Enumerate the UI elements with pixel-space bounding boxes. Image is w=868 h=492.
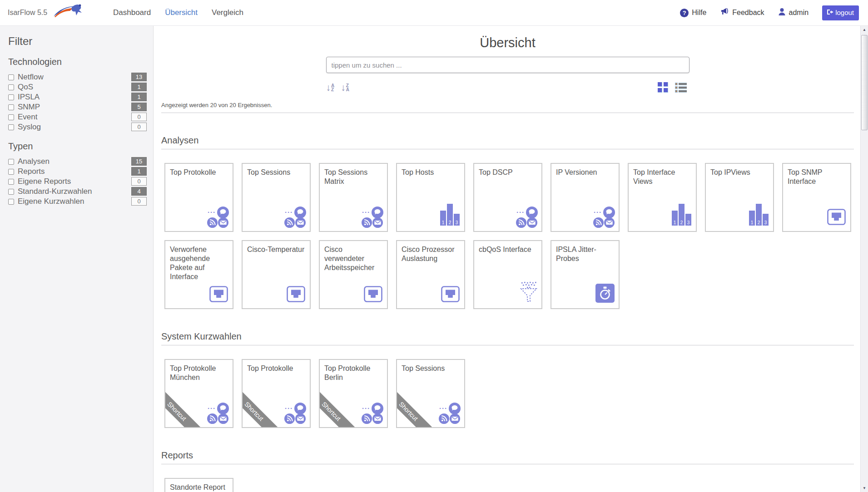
card-cisco-verwendeter-arbeitsspeicher[interactable]: Cisco verwendeter Arbeitsspeicher <box>319 240 388 309</box>
navbar-utilities: ? Hilfe Feedback admin <box>680 5 859 20</box>
page-title: Übersicht <box>161 35 854 50</box>
checkbox[interactable] <box>8 189 14 195</box>
card-top-protokolle[interactable]: Top ProtokolleShortcut··· <box>242 359 311 428</box>
card-cisco-prozessor-auslastung[interactable]: Cisco Prozessor Auslastung <box>396 240 465 309</box>
filter-item-reports[interactable]: Reports1 <box>8 167 147 177</box>
count-badge: 5 <box>131 103 147 111</box>
checkbox[interactable] <box>8 104 14 110</box>
card-top-dscp[interactable]: Top DSCP··· <box>473 163 542 232</box>
count-badge: 13 <box>131 73 147 81</box>
search-input[interactable] <box>326 57 689 73</box>
section-analysen: AnalysenTop Protokolle···Top Sessions···… <box>161 135 854 309</box>
list-view-icon[interactable] <box>675 83 687 93</box>
card-top-sessions[interactable]: Top SessionsShortcut··· <box>396 359 465 428</box>
card-standorte-report-http[interactable]: Standorte Report HTTP··· <box>164 478 233 492</box>
section-title: System Kurzwahlen <box>161 331 854 342</box>
sort-desc-icon[interactable]: ↓ ZA <box>341 83 349 92</box>
checkbox[interactable] <box>8 94 14 100</box>
svg-text:2: 2 <box>680 220 683 225</box>
filter-item-qos[interactable]: QoS1 <box>8 82 147 92</box>
filter-item-standard-kurzwahlen[interactable]: Standard-Kurzwahlen4 <box>8 187 147 197</box>
checkbox[interactable] <box>8 179 14 185</box>
nav-link-vergleich[interactable]: Vergleich <box>209 6 246 19</box>
card-title: IPSLA Jitter-Probes <box>556 245 614 263</box>
card-top-sessions-matrix[interactable]: Top Sessions Matrix··· <box>319 163 388 232</box>
checkbox[interactable] <box>8 169 14 175</box>
app-title: IsarFlow 5.5 <box>8 9 47 17</box>
share-circles-icon: ··· <box>284 403 306 424</box>
user-label: admin <box>789 9 809 17</box>
ethernet-port-icon <box>827 209 847 228</box>
card-title: Top Protokolle <box>247 364 305 373</box>
svg-text:2: 2 <box>449 220 451 225</box>
svg-text:3: 3 <box>687 220 690 225</box>
bar-chart-123-icon: 123 <box>671 202 692 228</box>
card-title: cbQoS Interface <box>479 245 537 254</box>
sort-asc-icon[interactable]: ↓ AZ <box>326 83 335 92</box>
card-cbqos-interface[interactable]: cbQoS Interface <box>473 240 542 309</box>
filter-item-snmp[interactable]: SNMP5 <box>8 102 147 112</box>
divider <box>161 464 854 464</box>
logout-label: logout <box>835 9 854 16</box>
card-title: Top Protokolle <box>170 168 228 177</box>
card-verworfene-ausgehende-pakete-auf-interface[interactable]: Verworfene ausgehende Pakete auf Interfa… <box>164 240 233 309</box>
checkbox[interactable] <box>8 114 14 120</box>
card-title: Top Interface Views <box>633 168 691 186</box>
vertical-scrollbar[interactable]: ▲ ▼ <box>860 26 868 492</box>
share-circles-icon: ··· <box>362 207 383 228</box>
feedback-link[interactable]: Feedback <box>720 8 764 18</box>
logout-button[interactable]: logout <box>822 5 859 20</box>
card-top-snmp-interface[interactable]: Top SNMP Interface <box>782 163 851 232</box>
shortcut-ribbon: Shortcut <box>319 384 359 428</box>
filter-item-netflow[interactable]: Netflow13 <box>8 72 147 82</box>
filter-item-analysen[interactable]: Analysen15 <box>8 157 147 167</box>
scrollbar-thumb[interactable] <box>861 35 868 130</box>
card-top-protokolle-münchen[interactable]: Top Protokolle MünchenShortcut··· <box>164 359 233 428</box>
divider <box>161 113 854 113</box>
filter-item-label: Eigene Reports <box>18 177 71 186</box>
filter-item-eigene-kurzwahlen[interactable]: Eigene Kurzwahlen0 <box>8 197 147 207</box>
card-top-interface-views[interactable]: Top Interface Views123 <box>628 163 697 232</box>
card-cisco-temperatur[interactable]: Cisco-Temperatur <box>242 240 311 309</box>
share-circles-icon: ··· <box>593 207 615 228</box>
card-top-protokolle-berlin[interactable]: Top Protokolle BerlinShortcut··· <box>319 359 388 428</box>
checkbox[interactable] <box>8 74 14 80</box>
card-title: Top IPViews <box>710 168 769 177</box>
filter-group-title: Typen <box>8 141 153 152</box>
grid-view-icon[interactable] <box>658 82 668 93</box>
scroll-down-button[interactable]: ▼ <box>861 484 868 492</box>
card-ipsla-jitter-probes[interactable]: IPSLA Jitter-Probes <box>551 240 620 309</box>
card-top-protokolle[interactable]: Top Protokolle··· <box>164 163 233 232</box>
filter-item-label: Standard-Kurzwahlen <box>18 187 92 196</box>
filter-item-label: Eigene Kurzwahlen <box>18 197 84 206</box>
card-top-sessions[interactable]: Top Sessions··· <box>242 163 311 232</box>
filter-group-title: Technologien <box>8 57 153 67</box>
card-title: Cisco verwendeter Arbeitsspeicher <box>324 245 382 272</box>
checkbox[interactable] <box>8 84 14 90</box>
filter-item-label: Analysen <box>18 157 50 166</box>
sidebar-title: Filter <box>8 35 153 48</box>
filter-item-event[interactable]: Event0 <box>8 112 147 122</box>
checkbox[interactable] <box>8 199 14 205</box>
share-circles-icon: ··· <box>362 403 383 424</box>
nav-link-dashboard[interactable]: Dashboard <box>110 6 154 19</box>
svg-text:1: 1 <box>751 220 754 225</box>
checkbox[interactable] <box>8 159 14 165</box>
filter-item-eigene-reports[interactable]: Eigene Reports0 <box>8 177 147 187</box>
card-title: Cisco Prozessor Auslastung <box>402 245 460 263</box>
section-system-kurzwahlen: System KurzwahlenTop Protokolle MünchenS… <box>161 331 854 428</box>
user-icon <box>778 8 786 18</box>
card-title: Verworfene ausgehende Pakete auf Interfa… <box>170 245 228 281</box>
checkbox[interactable] <box>8 124 14 130</box>
filter-item-label: IPSLA <box>18 93 40 102</box>
card-top-hosts[interactable]: Top Hosts123 <box>396 163 465 232</box>
filter-item-ipsla[interactable]: IPSLA1 <box>8 92 147 102</box>
card-top-ipviews[interactable]: Top IPViews123 <box>705 163 774 232</box>
help-link[interactable]: ? Hilfe <box>680 9 706 17</box>
nav-link-übersicht[interactable]: Übersicht <box>162 6 200 19</box>
scroll-up-button[interactable]: ▲ <box>861 26 868 34</box>
filter-item-syslog[interactable]: Syslog0 <box>8 122 147 132</box>
card-ip-versionen[interactable]: IP Versionen··· <box>551 163 620 232</box>
user-menu[interactable]: admin <box>778 8 809 18</box>
ethernet-port-icon <box>364 286 383 305</box>
